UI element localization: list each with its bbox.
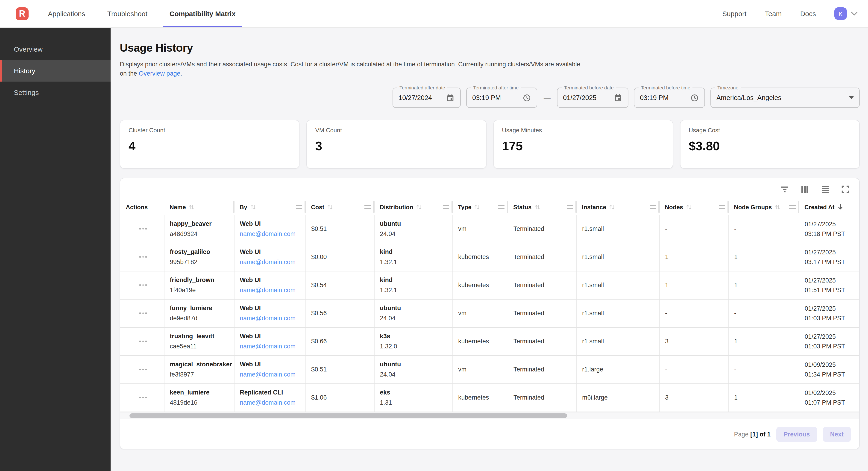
created-by-email-link[interactable]: name@domain.com	[240, 259, 302, 265]
next-page-button[interactable]: Next	[823, 426, 851, 442]
distribution-name: kind	[380, 248, 448, 255]
tab-troubleshoot[interactable]: Troubleshoot	[106, 0, 148, 27]
field-value: 03:19 PM	[640, 94, 686, 101]
density-icon[interactable]	[820, 185, 830, 194]
row-actions-button[interactable]	[136, 366, 150, 373]
stat-value: $3.80	[689, 139, 851, 153]
created-by-email-link[interactable]: name@domain.com	[240, 315, 302, 322]
nav-link-team[interactable]: Team	[765, 10, 782, 18]
timezone-select[interactable]: Timezone America/Los_Angeles	[710, 88, 860, 108]
column-header-by[interactable]: By	[234, 200, 306, 215]
node-groups-cell: -	[728, 355, 799, 383]
clock-icon[interactable]	[690, 93, 699, 102]
stat-card-vm-count: VM Count 3	[307, 120, 487, 169]
column-header-node-groups[interactable]: Node Groups	[728, 200, 799, 215]
tab-compatibility-matrix[interactable]: Compatibility Matrix	[168, 0, 237, 27]
row-actions-button[interactable]	[136, 338, 150, 345]
clock-icon[interactable]	[523, 93, 531, 102]
sidebar-item-history[interactable]: History	[0, 60, 111, 82]
column-resize-handle[interactable]	[365, 205, 371, 209]
type-cell: vm	[453, 299, 508, 327]
row-actions-button[interactable]	[136, 282, 150, 289]
stat-card-usage-cost: Usage Cost $3.80	[680, 120, 860, 169]
column-resize-handle[interactable]	[719, 205, 725, 209]
column-resize-handle[interactable]	[498, 205, 504, 209]
sort-icon	[474, 204, 481, 211]
column-resize-handle[interactable]	[789, 205, 796, 209]
overview-page-link[interactable]: Overview page	[139, 70, 180, 77]
column-header-type[interactable]: Type	[453, 200, 508, 215]
column-resize-handle[interactable]	[296, 205, 302, 209]
description-text: Displays prior clusters/VMs and their as…	[120, 61, 580, 77]
sidebar: Overview History Settings	[0, 28, 111, 471]
stat-value: 175	[502, 139, 664, 153]
horizontal-scrollbar-track	[120, 412, 859, 419]
column-header-distribution[interactable]: Distribution	[374, 200, 453, 215]
node-groups-cell: -	[728, 215, 799, 243]
filter-icon[interactable]	[780, 185, 789, 194]
replicated-logo[interactable]: R	[16, 7, 29, 20]
column-label: Cost	[311, 204, 324, 211]
terminated-after-date-field[interactable]: Terminated after date 10/27/2024	[393, 88, 461, 108]
column-resize-handle[interactable]	[650, 205, 656, 209]
sort-icon	[534, 204, 541, 211]
nav-link-support[interactable]: Support	[722, 10, 746, 18]
distribution-name: k3s	[380, 333, 448, 340]
column-header-actions: Actions	[120, 200, 164, 215]
row-actions-button[interactable]	[136, 310, 150, 317]
row-actions-button[interactable]	[136, 254, 150, 261]
created-by-email-link[interactable]: name@domain.com	[240, 371, 302, 378]
column-header-nodes[interactable]: Nodes	[659, 200, 728, 215]
nav-link-docs[interactable]: Docs	[800, 10, 816, 18]
created-date: 01/27/2025	[805, 248, 857, 256]
stat-value: 3	[315, 139, 478, 153]
table-row: friendly_brown1f40a19e Web UIname@domain…	[120, 271, 860, 299]
created-by-email-link[interactable]: name@domain.com	[240, 343, 302, 350]
column-resize-handle[interactable]	[443, 205, 449, 209]
column-separator	[507, 201, 508, 213]
instance-cell: r1.small	[576, 327, 659, 355]
column-separator	[305, 201, 306, 213]
sidebar-item-overview[interactable]: Overview	[0, 38, 111, 60]
column-header-cost[interactable]: Cost	[306, 200, 374, 215]
created-by-email-link[interactable]: name@domain.com	[240, 230, 302, 237]
horizontal-scrollbar-thumb[interactable]	[129, 413, 567, 418]
sidebar-item-settings[interactable]: Settings	[0, 82, 111, 103]
terminated-after-time-field[interactable]: Terminated after time 03:19 PM	[466, 88, 537, 108]
table-toolbar	[120, 178, 859, 197]
created-by-email-link[interactable]: name@domain.com	[240, 399, 302, 406]
terminated-before-time-field[interactable]: Terminated before time 03:19 PM	[634, 88, 705, 108]
distribution-name: eks	[380, 389, 448, 396]
fullscreen-icon[interactable]	[841, 185, 850, 194]
type-cell: vm	[453, 355, 508, 383]
account-menu-button[interactable]: K	[834, 7, 858, 20]
distribution-version: 1.32.1	[380, 259, 448, 265]
tab-applications[interactable]: Applications	[47, 0, 86, 27]
column-header-instance[interactable]: Instance	[576, 200, 659, 215]
nodes-cell: 1	[659, 243, 728, 271]
stat-cards: Cluster Count 4 VM Count 3 Usage Minutes…	[120, 120, 860, 169]
column-header-created-at[interactable]: Created At	[799, 200, 860, 215]
stat-label: VM Count	[315, 127, 478, 134]
row-actions-button[interactable]	[136, 394, 150, 401]
column-header-name[interactable]: Name	[164, 200, 234, 215]
column-label: Nodes	[665, 204, 683, 211]
column-header-status[interactable]: Status	[508, 200, 576, 215]
created-by-email-link[interactable]: name@domain.com	[240, 287, 302, 294]
field-label: Terminated before date	[562, 85, 616, 90]
previous-page-button[interactable]: Previous	[776, 426, 817, 442]
nav-tabs: Applications Troubleshoot Compatibility …	[47, 0, 237, 27]
nodes-cell: 3	[659, 383, 728, 412]
row-actions-button[interactable]	[136, 225, 150, 233]
terminated-before-date-field[interactable]: Terminated before date 01/27/2025	[557, 88, 628, 108]
calendar-icon[interactable]	[614, 93, 622, 102]
cost-cell: $0.51	[306, 355, 374, 383]
columns-icon[interactable]	[800, 185, 809, 194]
sort-icon	[415, 204, 423, 211]
sort-icon	[685, 204, 692, 211]
calendar-icon[interactable]	[446, 93, 455, 102]
page-indicator: Page [1] of 1	[734, 431, 771, 438]
cluster-name: happy_beaver	[170, 220, 230, 227]
cluster-name: frosty_galileo	[170, 248, 230, 255]
column-resize-handle[interactable]	[567, 205, 573, 209]
